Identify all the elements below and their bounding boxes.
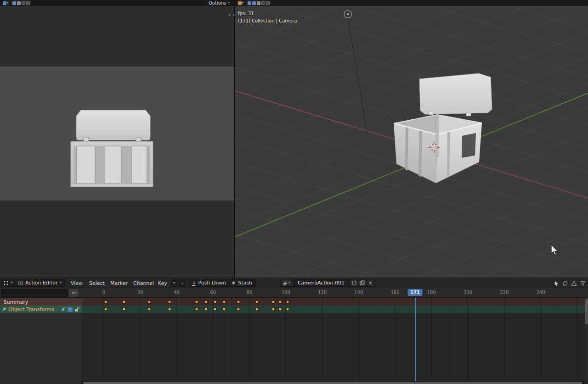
horizontal-scrollbar-thumb[interactable] <box>83 382 582 384</box>
cursor-arrow-icon <box>554 280 560 286</box>
keyframe[interactable] <box>148 308 151 311</box>
timeline-ruler[interactable]: ↔ 020406080100120140160180200220240 171 <box>0 288 588 298</box>
overlay-toggle-icon[interactable] <box>257 1 260 5</box>
chevron-down-icon: ▾ <box>7 1 9 5</box>
chevron-down-icon: ▾ <box>288 281 290 284</box>
shading-toggle-icon[interactable] <box>12 1 16 5</box>
action-editor-icon <box>18 281 23 285</box>
menu-channel[interactable]: Channel <box>133 280 154 286</box>
keyframe[interactable] <box>255 301 258 304</box>
gizmo-toggle-icon[interactable] <box>261 1 265 5</box>
channel-filter-field[interactable] <box>1 289 68 297</box>
close-icon: × <box>368 280 372 285</box>
keyframe[interactable] <box>213 308 216 311</box>
chest-model-3d[interactable] <box>394 73 492 183</box>
stash-button[interactable]: ∗ Stash <box>228 279 256 287</box>
only-selected-toggle[interactable] <box>553 279 560 287</box>
browse-action-button[interactable]: ▾ <box>281 279 293 286</box>
menu-marker[interactable]: Marker <box>110 280 128 286</box>
keyframe[interactable] <box>286 308 289 311</box>
keyframe[interactable] <box>204 301 207 304</box>
menu-view[interactable]: View <box>71 280 83 286</box>
keyframe[interactable] <box>271 308 275 311</box>
show-hidden-toggle[interactable] <box>561 279 569 287</box>
keyframe[interactable] <box>122 301 125 304</box>
chevron-down-icon: ▾ <box>228 1 230 5</box>
keyframe[interactable] <box>279 308 282 311</box>
perspective-viewport[interactable]: ▾ fps: 31 (171) Collection | Camera <box>235 0 588 278</box>
editor-type-button[interactable]: ▾ <box>237 0 245 6</box>
keyframe[interactable] <box>148 301 151 304</box>
unlink-action-button[interactable]: × <box>366 279 374 286</box>
dope-sheet-body[interactable]: Summary Object Transforms ✓ <box>0 298 588 384</box>
current-frame-badge[interactable]: 171 <box>407 289 423 296</box>
playhead-line[interactable] <box>415 298 416 381</box>
keyframe[interactable] <box>122 308 125 311</box>
mouse-cursor <box>551 245 558 255</box>
overlay-toggle-icon[interactable] <box>17 1 21 5</box>
keyframe[interactable] <box>286 301 289 304</box>
stash-label: Stash <box>238 280 252 286</box>
horizontal-scrollbar[interactable] <box>82 381 585 384</box>
viewport-info-text: (171) Collection | Camera <box>238 18 297 23</box>
viewport-toggle-group <box>246 0 271 6</box>
menu-select[interactable]: Select <box>89 280 105 286</box>
keyframe[interactable] <box>222 308 226 311</box>
keyframe-layer <box>0 298 588 381</box>
chevron-down-icon: ▾ <box>60 281 62 284</box>
keyframe[interactable] <box>104 301 107 304</box>
chevron-down-icon: ▾ <box>242 1 244 5</box>
proportional-dropdown[interactable]: ▴ <box>179 279 186 287</box>
action-datablock-selector: ▾ CameraAction.001 × <box>280 279 375 287</box>
xray-toggle-icon[interactable] <box>266 1 270 5</box>
editor-type-button[interactable]: ▾ <box>2 0 10 6</box>
chevron-down-icon: ▾ <box>173 281 175 285</box>
keyframe[interactable] <box>213 301 216 304</box>
snap-dropdown[interactable]: ▾ <box>171 279 177 287</box>
dope-sheet-header: ▾ Action Editor ▾ View Select Marker Cha… <box>0 278 588 288</box>
keyframe[interactable] <box>195 301 198 304</box>
only-errors-toggle[interactable] <box>570 279 577 287</box>
camera-viewport[interactable]: ▾ Options ▾ <box>0 0 234 278</box>
keyframe[interactable] <box>237 301 240 304</box>
action-name-field[interactable]: CameraAction.001 <box>293 279 350 286</box>
keyframe[interactable] <box>279 301 282 304</box>
push-down-label: Push Down <box>198 280 226 286</box>
filter-dropdown[interactable] <box>579 279 586 287</box>
ruler-tick: 40 <box>174 290 180 295</box>
light-gizmo[interactable] <box>344 11 351 18</box>
chevron-up-icon: ▴ <box>181 281 183 285</box>
gizmo-toggle-icon[interactable] <box>22 1 25 5</box>
options-label: Options <box>209 0 226 6</box>
keyframe[interactable] <box>222 301 226 304</box>
new-action-button[interactable] <box>358 279 366 286</box>
select-mode-icon[interactable] <box>248 1 251 5</box>
copy-icon <box>360 280 365 285</box>
ruler-tick: 20 <box>137 290 143 295</box>
dope-sheet-icon <box>3 280 9 286</box>
shading-toggle-icon[interactable] <box>252 1 256 5</box>
keyframe[interactable] <box>168 301 171 304</box>
left-viewport-header: ▾ Options ▾ <box>0 0 234 6</box>
push-down-icon: ↓ <box>192 280 196 286</box>
ruler-tick: 140 <box>354 290 363 295</box>
push-down-button[interactable]: ↓ Push Down <box>188 279 230 287</box>
region-resize-widget[interactable]: ‹ › <box>228 12 235 18</box>
keyframe[interactable] <box>255 308 258 311</box>
menu-key[interactable]: Key <box>158 280 167 286</box>
expand-channels-button[interactable]: ↔ <box>69 289 79 297</box>
keyframe[interactable] <box>204 308 207 311</box>
ruler-tick: 60 <box>210 290 216 295</box>
editor-type-button[interactable]: ▾ <box>1 279 15 287</box>
editor-mode-dropdown[interactable]: Action Editor ▾ <box>15 279 65 287</box>
xray-toggle-icon[interactable] <box>26 1 30 5</box>
fake-user-toggle[interactable] <box>350 279 358 286</box>
scene-3d <box>235 0 588 278</box>
keyframe[interactable] <box>104 308 107 311</box>
keyframe[interactable] <box>271 301 275 304</box>
keyframe[interactable] <box>237 308 240 311</box>
keyframe[interactable] <box>195 308 198 311</box>
keyframe[interactable] <box>168 308 171 311</box>
options-dropdown[interactable]: Options ▾ <box>209 0 230 6</box>
chest-model-front <box>0 0 234 278</box>
